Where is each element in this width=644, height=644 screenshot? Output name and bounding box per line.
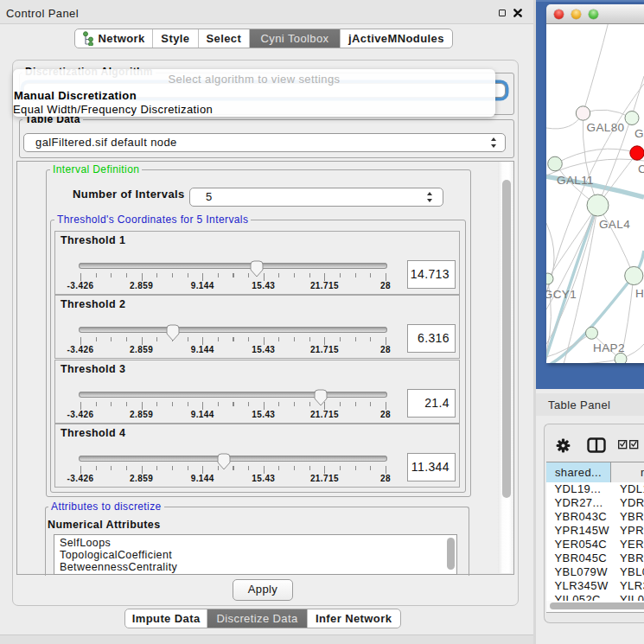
svg-text:GCY1: GCY1 (546, 288, 577, 301)
svg-text:GAL80: GAL80 (586, 121, 624, 134)
svg-text:GAL11: GAL11 (557, 174, 594, 187)
svg-text:H: H (635, 287, 644, 300)
svg-text:GA: GA (634, 127, 644, 140)
svg-text:GAL4: GAL4 (599, 218, 630, 231)
svg-text:HAP2: HAP2 (593, 341, 625, 354)
svg-text:C: C (638, 163, 644, 175)
